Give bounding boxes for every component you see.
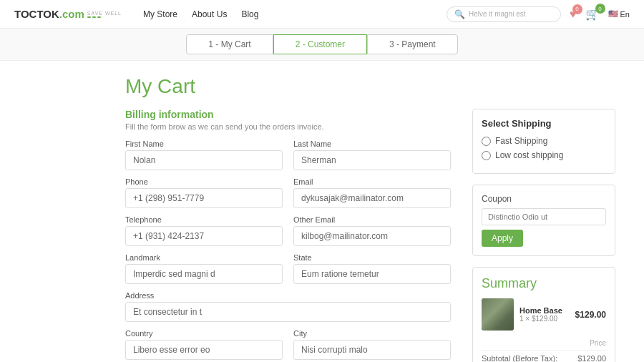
address-input[interactable] (125, 302, 451, 322)
country-city-row: Country City (125, 329, 451, 360)
address-group: Address (125, 291, 451, 322)
email-input[interactable] (293, 188, 451, 208)
city-group: City (293, 329, 451, 360)
product-info: Home Base 1 × $129.00 (519, 306, 570, 323)
address-label: Address (125, 291, 451, 300)
low-shipping-radio[interactable] (482, 151, 491, 160)
first-name-label: First Name (125, 140, 283, 148)
fast-shipping-radio[interactable] (482, 137, 491, 146)
other-email-label: Other Email (293, 215, 451, 224)
lang-label: En (620, 10, 630, 19)
cart-icon-wrap[interactable]: 🛒 0 (585, 7, 600, 21)
subtotal-value: $129.00 (577, 354, 606, 362)
email-label: Email (293, 177, 451, 186)
product-image-inner (482, 298, 514, 331)
phone-group: Phone (125, 177, 283, 208)
header: TOCTOK.com SAVE WELL My Store About Us B… (0, 0, 644, 29)
state-group: State (293, 253, 451, 284)
search-box[interactable]: 🔍 Helve it magni est (447, 6, 561, 22)
fast-shipping-option[interactable]: Fast Shipping (482, 136, 606, 146)
nav-aboutus[interactable]: About Us (192, 9, 227, 19)
product-name: Home Base (519, 306, 570, 315)
logo: TOCTOK.com SAVE WELL (14, 8, 122, 20)
address-row: Address (125, 291, 451, 322)
wishlist-icon-wrap[interactable]: ♥ 0 (570, 8, 577, 21)
city-input[interactable] (293, 340, 451, 360)
city-label: City (293, 329, 451, 338)
steps-bar: 1 - My Cart 2 - Customer 3 - Payment (0, 29, 644, 61)
search-icon: 🔍 (454, 9, 465, 19)
coupon-box: Coupon Apply (472, 185, 615, 256)
other-email-input[interactable] (293, 226, 451, 246)
coupon-label: Coupon (482, 194, 606, 204)
low-cost-shipping-option[interactable]: Low cost shipping (482, 150, 606, 160)
page-title: My Cart (125, 75, 615, 98)
shipping-box: Select Shipping Fast Shipping Low cost s… (472, 109, 615, 174)
landmark-group: Landmark (125, 253, 283, 284)
landmark-input[interactable] (125, 264, 283, 284)
product-price: $129.00 (575, 310, 606, 320)
coupon-input[interactable] (482, 208, 606, 225)
last-name-label: Last Name (293, 140, 451, 148)
step-mycart[interactable]: 1 - My Cart (186, 34, 273, 54)
phone-email-row: Phone Email (125, 177, 451, 208)
phone-input[interactable] (125, 188, 283, 208)
summary-title: Summary (482, 276, 606, 291)
country-input[interactable] (125, 340, 283, 360)
subtotal-line: Subtotal (Before Tax): $129.00 (482, 350, 606, 362)
header-right: 🔍 Helve it magni est ♥ 0 🛒 0 🇺🇸 En (447, 6, 630, 22)
telephone-group: Telephone (125, 215, 283, 246)
name-row: First Name Last Name (125, 140, 451, 170)
step-payment[interactable]: 3 - Payment (367, 34, 458, 54)
tel-otheremail-row: Telephone Other Email (125, 215, 451, 246)
flag-icon: 🇺🇸 (608, 9, 618, 19)
landmark-state-row: Landmark State (125, 253, 451, 284)
fast-shipping-label: Fast Shipping (495, 136, 547, 146)
state-input[interactable] (293, 264, 451, 284)
nav: My Store About Us Blog (143, 9, 447, 19)
right-panel: Select Shipping Fast Shipping Low cost s… (472, 109, 615, 362)
state-label: State (293, 253, 451, 262)
step-customer[interactable]: 2 - Customer (273, 34, 367, 54)
main-content: Billing information Fill the form brow a… (0, 109, 644, 362)
first-name-group: First Name (125, 140, 283, 170)
telephone-label: Telephone (125, 215, 283, 224)
phone-label: Phone (125, 177, 283, 186)
last-name-input[interactable] (293, 150, 451, 170)
subtotal-label: Subtotal (Before Tax): (482, 354, 557, 362)
landmark-label: Landmark (125, 253, 283, 262)
apply-button[interactable]: Apply (482, 230, 523, 247)
email-group: Email (293, 177, 451, 208)
billing-subtitle: Fill the form brow as we can send you th… (125, 122, 451, 131)
product-image (482, 298, 514, 331)
left-panel: Billing information Fill the form brow a… (125, 109, 451, 362)
lang-selector[interactable]: 🇺🇸 En (608, 9, 630, 19)
low-shipping-label: Low cost shipping (495, 150, 563, 160)
wishlist-badge: 0 (572, 4, 582, 14)
search-placeholder: Helve it magni est (469, 10, 525, 18)
other-email-group: Other Email (293, 215, 451, 246)
cart-badge: 0 (595, 4, 605, 14)
telephone-input[interactable] (125, 226, 283, 246)
product-row: Home Base 1 × $129.00 $129.00 (482, 298, 606, 331)
price-col-label: Price (482, 339, 606, 347)
product-qty: 1 × $129.00 (519, 315, 570, 323)
country-label: Country (125, 329, 283, 338)
first-name-input[interactable] (125, 150, 283, 170)
billing-title: Billing information (125, 109, 451, 120)
nav-blog[interactable]: Blog (241, 9, 258, 19)
page-title-area: My Cart (0, 61, 644, 109)
last-name-group: Last Name (293, 140, 451, 170)
nav-mystore[interactable]: My Store (143, 9, 177, 19)
country-group: Country (125, 329, 283, 360)
coupon-input-wrap: Apply (482, 208, 606, 247)
shipping-box-title: Select Shipping (482, 118, 606, 129)
summary-box: Summary Home Base 1 × $129.00 $129.00 Pr… (472, 267, 615, 362)
